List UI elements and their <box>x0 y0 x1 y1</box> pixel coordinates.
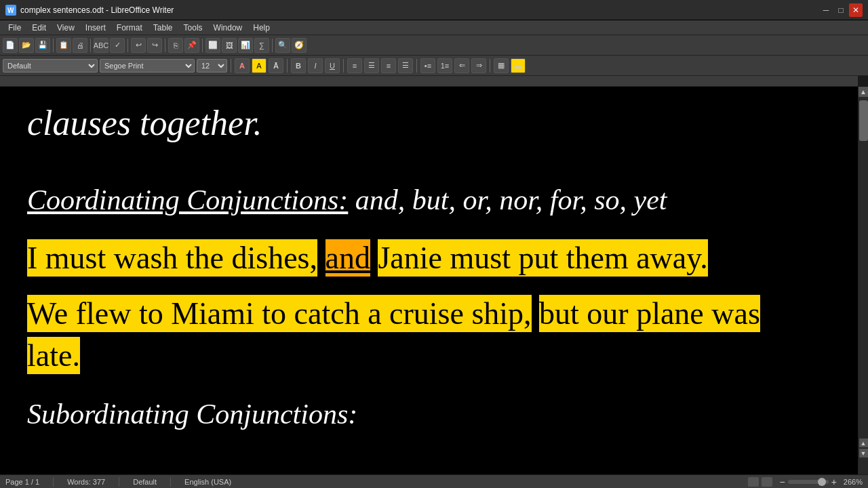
sep10 <box>416 59 417 73</box>
font-select[interactable]: Segoe Print <box>100 59 195 73</box>
align-center-button[interactable]: ☰ <box>364 58 379 73</box>
style-info: Default <box>133 478 157 486</box>
insert-chart-button[interactable]: 📊 <box>238 38 253 53</box>
indent-more-button[interactable]: ⇒ <box>471 58 486 73</box>
menu-view[interactable]: View <box>52 22 80 34</box>
align-right-button[interactable]: ≡ <box>381 58 396 73</box>
app-icon: W <box>5 5 16 16</box>
menu-tools[interactable]: Tools <box>178 22 208 34</box>
scroll-mid-up[interactable]: ▲ <box>859 439 868 447</box>
zoom-out-icon[interactable]: − <box>779 476 785 487</box>
partial-bottom-heading: Subordinating Conjunctions: <box>27 398 831 430</box>
autocorrect-button[interactable]: ✓ <box>110 38 125 53</box>
sep9 <box>343 59 344 73</box>
sep7 <box>231 59 231 73</box>
status-sep2 <box>119 477 119 487</box>
sentence2-but-phrase: but our plane was <box>539 295 760 332</box>
window-controls: ─ □ ✕ <box>819 3 863 17</box>
heading-label: Coordinating Conjunctions: <box>27 184 348 216</box>
save-button[interactable]: 💾 <box>35 38 50 53</box>
print-button[interactable]: 🖨 <box>73 38 87 53</box>
heading-conjunctions: and, but, or, nor, for, so, yet <box>348 184 667 216</box>
status-sep1 <box>53 477 54 487</box>
zoom-track[interactable] <box>788 480 829 484</box>
style-select[interactable]: Default <box>3 59 98 73</box>
redo-button[interactable]: ↪ <box>147 38 162 53</box>
view-web-icon[interactable] <box>762 477 772 487</box>
numbering-button[interactable]: 1≡ <box>437 58 452 73</box>
insert-image-button[interactable]: 🖼 <box>222 38 237 53</box>
menu-insert[interactable]: Insert <box>80 22 111 34</box>
spellcheck-button[interactable]: ABC <box>94 38 108 53</box>
scroll-mid-down[interactable]: ▼ <box>859 449 868 458</box>
status-right: − + 266% <box>748 476 863 487</box>
undo-button[interactable]: ↩ <box>131 38 146 53</box>
page-info: Page 1 / 1 <box>5 478 39 486</box>
sentence2-late: late. <box>27 337 80 374</box>
zoom-in-icon[interactable]: + <box>831 476 837 487</box>
underline-button[interactable]: U <box>325 58 340 73</box>
align-left-button[interactable]: ≡ <box>347 58 362 73</box>
highlight-button[interactable]: A <box>252 58 267 73</box>
scroll-up-button[interactable]: ▲ <box>859 87 869 97</box>
view-normal-icon[interactable] <box>748 477 759 487</box>
maximize-button[interactable]: □ <box>834 3 848 17</box>
subordinating-label: Subordinating Conjunctions: <box>27 399 357 430</box>
zoom-slider[interactable]: − + <box>779 476 836 487</box>
navigator-button[interactable]: 🧭 <box>292 38 307 53</box>
paste-button[interactable]: 📌 <box>184 38 199 53</box>
sep5 <box>202 39 203 52</box>
sentence1-row: I must wash the dishes, and Janie must p… <box>27 240 831 276</box>
content-area: clauses together. Coordinating Conjuncti… <box>0 87 868 488</box>
menu-table[interactable]: Table <box>148 22 178 34</box>
sentence1-conjunction: and <box>326 239 370 277</box>
sentence1-clause2: Janie must put them away. <box>378 239 707 277</box>
menu-file[interactable]: File <box>3 22 26 34</box>
sep4 <box>165 39 165 52</box>
shading-button[interactable]: ▬ <box>511 58 526 73</box>
sentence1-clause1: I must wash the dishes, <box>27 239 317 277</box>
justify-button[interactable]: ☰ <box>398 58 413 73</box>
word-count: Words: 377 <box>67 478 105 486</box>
title-bar: W complex sentences.odt - LibreOffice Wr… <box>0 0 868 20</box>
document-page[interactable]: clauses together. Coordinating Conjuncti… <box>0 87 858 488</box>
clauses-together-text: clauses together. <box>27 104 262 142</box>
menu-bar: File Edit View Insert Format Table Tools… <box>0 20 868 35</box>
insert-formula-button[interactable]: ∑ <box>254 38 269 53</box>
scroll-thumb[interactable] <box>859 100 868 141</box>
menu-edit[interactable]: Edit <box>26 22 52 34</box>
bold-button[interactable]: B <box>291 58 306 73</box>
menu-window[interactable]: Window <box>208 22 248 34</box>
toolbar-standard: 📄 📂 💾 📋 🖨 ABC ✓ ↩ ↪ ⎘ 📌 ⬜ 🖼 📊 ∑ 🔍 🧭 <box>0 35 868 56</box>
bullets-button[interactable]: •≡ <box>420 58 435 73</box>
zoom-thumb[interactable] <box>818 478 826 486</box>
new-button[interactable]: 📄 <box>3 38 18 53</box>
main-area: clauses together. Coordinating Conjuncti… <box>0 76 868 488</box>
conjunctions-heading: Coordinating Conjunctions: and, but, or,… <box>27 180 831 220</box>
scrollbar-vertical[interactable]: ▲ ▲ ▼ ▼ <box>858 87 868 488</box>
language-info: English (USA) <box>184 478 231 486</box>
zoom-level: 266% <box>844 478 863 486</box>
sep2 <box>90 39 91 52</box>
sep6 <box>272 39 273 52</box>
view-icons <box>748 477 772 487</box>
find-button[interactable]: 🔍 <box>275 38 290 53</box>
borders-button[interactable]: ▦ <box>494 58 509 73</box>
font-size-select[interactable]: 12 <box>197 59 227 73</box>
frame-button[interactable]: ⬜ <box>205 38 220 53</box>
sep3 <box>127 39 128 52</box>
sentence2-container: We flew to Miami to catch a cruise ship,… <box>27 293 831 377</box>
pdf-button[interactable]: 📋 <box>56 38 71 53</box>
scroll-track[interactable]: ▲ ▼ <box>859 97 869 478</box>
char-highlight-button[interactable]: Ā <box>269 58 283 73</box>
font-color-button[interactable]: A <box>235 58 250 73</box>
indent-less-button[interactable]: ⇐ <box>454 58 469 73</box>
copy-button[interactable]: ⎘ <box>168 38 183 53</box>
title-bar-left: W complex sentences.odt - LibreOffice Wr… <box>5 5 174 16</box>
italic-button[interactable]: I <box>308 58 323 73</box>
minimize-button[interactable]: ─ <box>819 3 833 17</box>
open-button[interactable]: 📂 <box>19 38 34 53</box>
menu-format[interactable]: Format <box>111 22 148 34</box>
menu-help[interactable]: Help <box>248 22 275 34</box>
close-button[interactable]: ✕ <box>849 3 863 17</box>
